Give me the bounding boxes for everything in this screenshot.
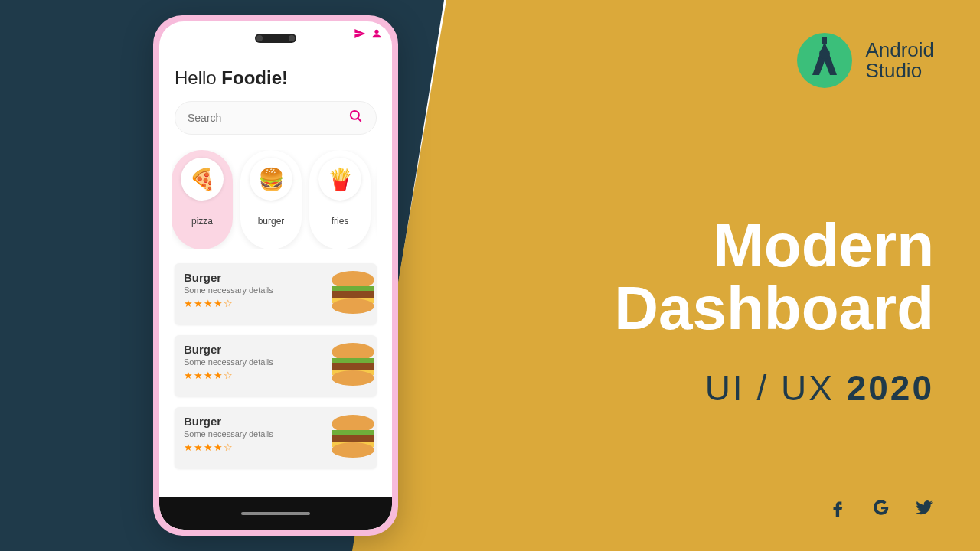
svg-line-1 — [358, 118, 361, 121]
list-item[interactable]: Burger Some necessary details ★★★★☆ — [175, 335, 377, 396]
category-fries[interactable]: 🍟 fries — [309, 150, 371, 249]
svg-rect-13 — [332, 430, 374, 435]
logo-text-line1: Android — [865, 40, 934, 60]
android-studio-logo: Android Studio — [795, 31, 934, 90]
greeting-prefix: Hello — [175, 67, 221, 88]
list-item[interactable]: Burger Some necessary details ★★★★☆ — [175, 263, 377, 324]
svg-rect-14 — [332, 435, 374, 442]
paper-plane-icon[interactable] — [354, 28, 366, 43]
search-icon[interactable] — [348, 109, 364, 128]
burger-icon: 🍔 — [250, 158, 292, 201]
camera-cutout — [255, 34, 296, 43]
item-list[interactable]: Burger Some necessary details ★★★★☆ Burg… — [175, 263, 377, 468]
search-bar[interactable] — [175, 101, 377, 135]
svg-point-18 — [819, 48, 830, 59]
pizza-icon: 🍕 — [181, 158, 224, 201]
category-pizza[interactable]: 🍕 pizza — [172, 150, 233, 249]
category-label: fries — [332, 216, 349, 227]
burger-image — [326, 413, 380, 459]
burger-image — [326, 341, 380, 387]
headline-line2: Dashboard — [614, 277, 934, 340]
category-row[interactable]: 🍕 pizza 🍔 burger 🍟 fries 🥤 s — [172, 150, 377, 249]
android-navbar[interactable] — [159, 497, 392, 530]
twitter-icon[interactable] — [914, 497, 934, 520]
profile-icon[interactable] — [371, 28, 383, 43]
svg-point-0 — [351, 110, 359, 119]
list-item[interactable]: Burger Some necessary details ★★★★☆ — [175, 407, 377, 468]
phone-mockup: Hello Foodie! 🍕 pizza 🍔 burger 🍟 — [153, 15, 398, 536]
search-input[interactable] — [188, 112, 341, 124]
facebook-icon[interactable] — [828, 497, 848, 520]
phone-screen: Hello Foodie! 🍕 pizza 🍔 burger 🍟 — [159, 21, 392, 530]
svg-rect-4 — [332, 291, 374, 298]
fries-icon: 🍟 — [318, 158, 361, 201]
svg-rect-3 — [332, 286, 374, 291]
greeting-name: Foodie! — [221, 67, 288, 88]
headline-line1: Modern — [614, 214, 934, 277]
subline-prefix: UI / UX — [705, 368, 847, 408]
svg-rect-19 — [822, 37, 827, 44]
logo-text-line2: Studio — [865, 60, 934, 81]
svg-point-16 — [332, 442, 374, 458]
app-content: Hello Foodie! 🍕 pizza 🍔 burger 🍟 — [159, 21, 392, 497]
status-icons — [354, 28, 383, 43]
category-label: burger — [258, 216, 285, 227]
subline: UI / UX 2020 — [705, 367, 934, 409]
greeting-text: Hello Foodie! — [175, 67, 377, 89]
home-pill-icon[interactable] — [241, 512, 310, 515]
burger-image — [326, 269, 380, 315]
svg-point-6 — [332, 298, 374, 314]
svg-rect-9 — [332, 363, 374, 370]
headline: Modern Dashboard — [614, 214, 934, 339]
category-label: pizza — [191, 216, 213, 227]
svg-rect-8 — [332, 358, 374, 363]
category-burger[interactable]: 🍔 burger — [240, 150, 302, 249]
android-studio-icon — [795, 31, 854, 90]
google-icon[interactable] — [871, 497, 891, 520]
social-icons — [828, 497, 934, 520]
svg-point-11 — [332, 370, 374, 386]
subline-year: 2020 — [847, 368, 934, 408]
